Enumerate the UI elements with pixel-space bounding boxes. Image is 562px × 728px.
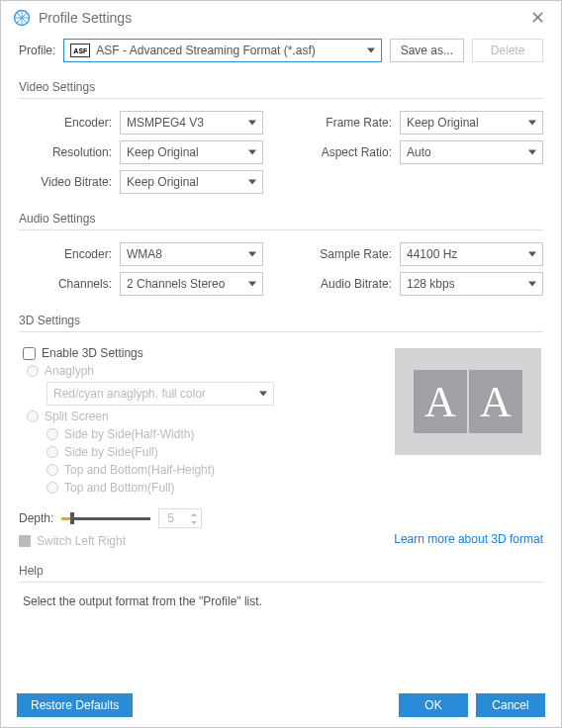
divider [19, 331, 543, 332]
video-bitrate-select[interactable]: Keep Original [120, 170, 263, 194]
chevron-down-icon [528, 282, 536, 287]
titlebar: Profile Settings ✕ [1, 1, 561, 35]
audio-encoder-select[interactable]: WMA8 [120, 242, 263, 266]
chevron-down-icon [248, 150, 256, 155]
chevron-down-icon [248, 121, 256, 126]
sbs-full-radio: Side by Side(Full) [47, 445, 395, 459]
chevron-down-icon [528, 252, 536, 257]
save-as-button[interactable]: Save as... [390, 39, 464, 62]
anaglyph-radio: Anaglyph [27, 364, 395, 378]
audio-bitrate-label: Audio Bitrate: [299, 277, 392, 291]
depth-spinner: 5 [158, 508, 202, 528]
aspect-select[interactable]: Auto [400, 140, 543, 164]
chevron-down-icon [259, 392, 267, 397]
divider [19, 229, 543, 230]
footer: Restore Defaults OK Cancel [1, 683, 561, 727]
tab-half-radio: Top and Bottom(Half-Height) [47, 463, 395, 477]
channels-label: Channels: [19, 277, 112, 291]
enable-3d-input[interactable] [23, 347, 36, 360]
sbs-half-radio: Side by Side(Half-Width) [47, 427, 395, 441]
anaglyph-mode-select: Red/cyan anaglyph, full color [47, 382, 274, 406]
restore-defaults-button[interactable]: Restore Defaults [17, 693, 133, 717]
chevron-down-icon [528, 121, 536, 126]
depth-slider[interactable] [61, 513, 150, 523]
framerate-select[interactable]: Keep Original [400, 111, 543, 135]
anaglyph-label: Anaglyph [45, 364, 94, 378]
window-title: Profile Settings [39, 10, 132, 26]
video-heading: Video Settings [19, 80, 543, 96]
profile-row: Profile: ASF ASF - Advanced Streaming Fo… [19, 39, 543, 62]
cancel-button[interactable]: Cancel [476, 693, 545, 717]
chevron-down-icon [248, 180, 256, 185]
video-bitrate-label: Video Bitrate: [19, 175, 112, 189]
audio-bitrate-select[interactable]: 128 kbps [400, 272, 543, 296]
audio-encoder-label: Encoder: [19, 247, 112, 261]
help-section: Help Select the output format from the "… [19, 564, 543, 608]
switch-lr-label: Switch Left Right [37, 534, 126, 548]
chevron-down-icon [248, 252, 256, 257]
split-radio: Split Screen [27, 410, 395, 423]
samplerate-select[interactable]: 44100 Hz [400, 242, 543, 266]
audio-section: Audio Settings Encoder: WMA8 Sample Rate… [19, 212, 543, 296]
chevron-down-icon [188, 518, 200, 526]
help-heading: Help [19, 564, 543, 580]
slider-handle[interactable] [70, 512, 74, 524]
anaglyph-radio-input [27, 365, 39, 377]
resolution-select[interactable]: Keep Original [120, 140, 263, 164]
divider [19, 98, 543, 99]
chevron-down-icon [367, 48, 375, 53]
video-section: Video Settings Encoder: MSMPEG4 V3 Frame… [19, 80, 543, 194]
3d-section: 3D Settings Enable 3D Settings Anaglyph … [19, 314, 543, 546]
depth-label: Depth: [19, 511, 53, 525]
delete-button: Delete [472, 39, 543, 62]
chevron-up-icon [188, 510, 200, 518]
app-logo-icon [13, 9, 31, 27]
learn-more-link[interactable]: Learn more about 3D format [394, 532, 543, 546]
channels-select[interactable]: 2 Channels Stereo [120, 272, 263, 296]
resolution-label: Resolution: [19, 145, 112, 159]
split-radio-input [27, 410, 39, 422]
profile-select-value: ASF - Advanced Streaming Format (*.asf) [96, 44, 315, 57]
profile-label: Profile: [19, 44, 55, 57]
enable-3d-checkbox[interactable]: Enable 3D Settings [23, 346, 395, 360]
3d-preview: A A [395, 348, 541, 455]
help-text: Select the output format from the "Profi… [23, 594, 543, 608]
format-icon: ASF [70, 44, 90, 57]
checkbox-icon [19, 535, 31, 547]
chevron-down-icon [528, 150, 536, 155]
3d-heading: 3D Settings [19, 314, 543, 329]
ok-button[interactable]: OK [399, 693, 468, 717]
aspect-label: Aspect Ratio: [299, 145, 392, 159]
enable-3d-label: Enable 3D Settings [42, 346, 143, 360]
video-encoder-label: Encoder: [19, 116, 112, 130]
chevron-down-icon [248, 282, 256, 287]
3d-preview-right: A [469, 370, 522, 433]
depth-value: 5 [167, 511, 174, 525]
3d-preview-left: A [414, 370, 467, 433]
close-icon[interactable]: ✕ [526, 7, 549, 29]
divider [19, 582, 543, 583]
split-label: Split Screen [45, 410, 109, 423]
video-encoder-select[interactable]: MSMPEG4 V3 [120, 111, 263, 135]
samplerate-label: Sample Rate: [299, 247, 392, 261]
framerate-label: Frame Rate: [299, 116, 392, 130]
audio-heading: Audio Settings [19, 212, 543, 228]
profile-select[interactable]: ASF ASF - Advanced Streaming Format (*.a… [63, 39, 381, 62]
tab-full-radio: Top and Bottom(Full) [47, 481, 395, 495]
